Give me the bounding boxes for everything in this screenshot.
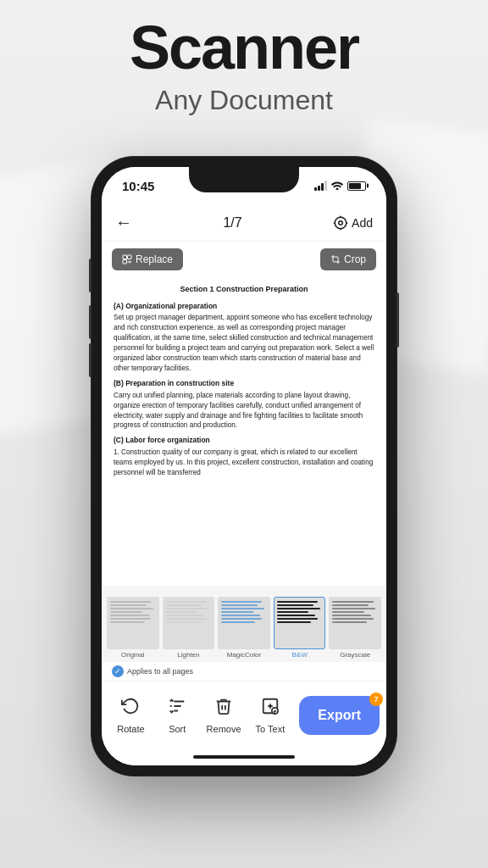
- applies-text: Applies to all pages: [127, 667, 193, 676]
- rotate-action[interactable]: Rotate: [108, 690, 153, 741]
- svg-point-0: [335, 217, 347, 229]
- nav-bar: ← 1/7 Add: [102, 204, 386, 242]
- to-text-action[interactable]: To Text: [247, 690, 292, 741]
- filter-strip: Original Lighten: [102, 586, 386, 662]
- crop-button[interactable]: Crop: [320, 248, 376, 270]
- applies-note: Applies to all pages: [102, 662, 386, 681]
- section-text-2: 1. Construction quality of our company i…: [114, 448, 374, 478]
- status-time: 10:45: [122, 179, 154, 193]
- filter-magiccolor-label: MagicColor: [227, 651, 261, 662]
- filter-bw[interactable]: B&W: [274, 597, 326, 662]
- sort-label: Sort: [169, 724, 186, 734]
- add-label: Add: [352, 216, 373, 230]
- svg-point-1: [339, 220, 343, 225]
- phone-wrapper: 10:45 ←: [92, 157, 396, 776]
- filter-grayscale[interactable]: Grayscale: [329, 597, 381, 662]
- action-bar: Rotate Sort: [102, 681, 386, 748]
- crop-label: Crop: [344, 253, 366, 265]
- page-indicator: 1/7: [223, 215, 241, 231]
- filter-lighten-label: Lighten: [177, 651, 199, 662]
- rotate-label: Rotate: [117, 724, 144, 734]
- section-heading-1: (B) Preparation in construction site: [114, 379, 374, 389]
- check-icon: [112, 665, 124, 677]
- remove-icon: [214, 697, 233, 721]
- replace-button[interactable]: Replace: [112, 248, 183, 270]
- filter-original[interactable]: Original: [107, 597, 159, 662]
- filter-lighten[interactable]: Lighten: [163, 597, 215, 662]
- battery-icon: [347, 181, 366, 191]
- home-indicator: [102, 748, 386, 765]
- svg-rect-6: [123, 255, 127, 259]
- replace-label: Replace: [136, 253, 173, 265]
- status-icons: [314, 180, 366, 192]
- export-label: Export: [318, 708, 361, 722]
- document-content: Section 1 Construction Preparation (A) O…: [102, 277, 386, 586]
- edit-toolbar: Replace Crop: [102, 242, 386, 277]
- section-text-1: Carry out unified planning, place materi…: [114, 391, 374, 431]
- svg-rect-8: [123, 260, 127, 264]
- add-button[interactable]: Add: [333, 215, 373, 231]
- remove-label: Remove: [207, 724, 241, 734]
- phone-screen: 10:45 ←: [102, 167, 386, 765]
- section-heading-2: (C) Labor force organization: [114, 436, 374, 446]
- notch: [189, 167, 299, 192]
- sort-icon: [168, 697, 186, 721]
- filter-original-label: Original: [121, 651, 145, 662]
- to-text-label: To Text: [256, 724, 286, 734]
- filter-magiccolor[interactable]: MagicColor: [218, 597, 270, 662]
- remove-action[interactable]: Remove: [202, 690, 247, 741]
- app-title: Scanner: [0, 17, 488, 78]
- title-area: Scanner Any Document: [0, 17, 488, 116]
- filter-grayscale-label: Grayscale: [340, 651, 370, 662]
- signal-icon: [314, 181, 327, 191]
- filter-bw-label: B&W: [291, 651, 307, 662]
- doc-title: Section 1 Construction Preparation: [114, 284, 374, 295]
- svg-rect-7: [128, 255, 132, 259]
- to-text-icon: [261, 697, 280, 721]
- phone-frame: 10:45 ←: [92, 157, 396, 776]
- export-button[interactable]: Export 7: [299, 696, 380, 735]
- export-badge: 7: [369, 693, 383, 706]
- status-bar: 10:45: [102, 167, 386, 204]
- section-heading-0: (A) Organizational preparation: [114, 302, 374, 312]
- section-text-0: Set up project manager department, appoi…: [114, 313, 374, 373]
- rotate-icon: [121, 697, 140, 721]
- app-subtitle: Any Document: [0, 85, 488, 116]
- wifi-icon: [330, 180, 344, 192]
- back-button[interactable]: ←: [115, 213, 132, 232]
- sort-action[interactable]: Sort: [155, 690, 200, 741]
